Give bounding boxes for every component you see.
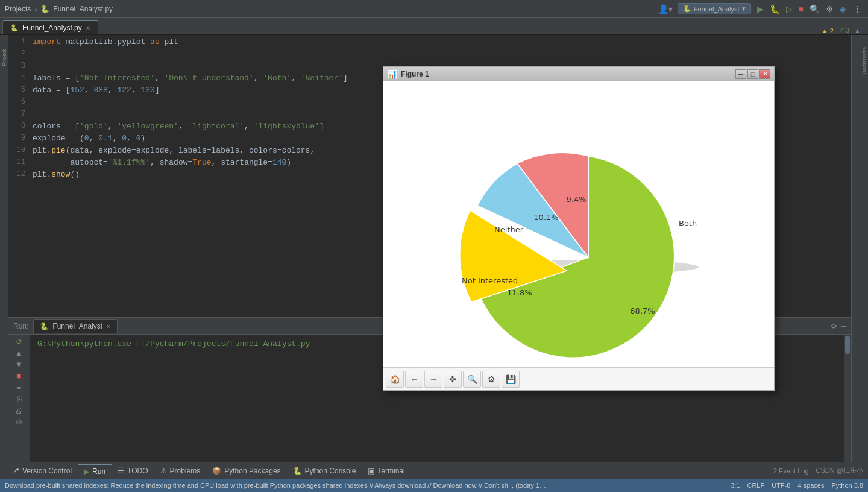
tab-label: Funnel_Analyst.py — [22, 24, 82, 32]
terminal-icon: ▣ — [368, 467, 374, 475]
user-icon[interactable]: 👤▾ — [658, 4, 673, 14]
run-with-coverage-icon[interactable]: ▷ — [785, 3, 794, 15]
run-settings-icon[interactable]: ⚙ — [831, 322, 837, 330]
fig-home-btn[interactable]: 🏠 — [386, 371, 404, 388]
pct-not-interested: 11.8% — [507, 288, 532, 297]
figure-minimize-btn[interactable]: ─ — [735, 69, 746, 79]
run-icon: 🐍 — [683, 5, 691, 13]
topbar-icons: 👤▾ — [658, 4, 673, 14]
run-tab-close[interactable]: ✕ — [106, 323, 111, 330]
run-label: Run: — [13, 322, 28, 330]
bottom-tab-python-packages[interactable]: 📦 Python Packages — [206, 464, 286, 478]
run-minimize-icon[interactable]: ─ — [841, 322, 846, 330]
run-tab-icon: 🐍 — [40, 322, 49, 330]
run-tab-funnel[interactable]: 🐍 Funnel_Analyst ✕ — [33, 319, 118, 333]
figure-window-icon: 📊 — [387, 69, 397, 79]
bottom-tab-todo[interactable]: ☰ TODO — [112, 464, 154, 478]
figure-title: Figure 1 — [401, 70, 732, 78]
label-not-interested: Not Interested — [462, 276, 518, 285]
search-icon[interactable]: 🔍 — [808, 3, 821, 15]
problems-label: Problems — [170, 467, 201, 475]
project-label: Project — [1, 49, 7, 66]
csdn-label: CSDN @低头小 — [816, 466, 863, 475]
todo-icon: ☰ — [118, 467, 124, 475]
language: Python 3.8 — [831, 482, 863, 489]
label-neither: Neither — [494, 225, 524, 234]
action-icons: ▶ 🐛 ▷ ■ 🔍 ⚙ ◈ — [756, 3, 848, 15]
close-run-icon[interactable]: ▼ — [15, 360, 23, 369]
figure-window: 📊 Figure 1 ─ □ ✕ — [383, 66, 775, 391]
run-scrollbar-thumb — [845, 336, 850, 354]
pct-dont-understand: 68.7% — [630, 306, 655, 315]
breadcrumb: Projects › 🐍 Funnel_Analyst.py — [5, 5, 113, 13]
copy-icon[interactable]: ⎘ — [17, 394, 22, 403]
stop-icon[interactable]: ■ — [797, 3, 805, 15]
more-options-icon[interactable]: ⋮ — [852, 3, 863, 15]
bottom-bar-right: 2 Event Log CSDN @低头小 — [773, 466, 863, 475]
terminal-label: Terminal — [377, 467, 404, 475]
print-icon[interactable]: 🖨 — [15, 406, 23, 415]
run-config-label: Funnel_Analyst — [694, 5, 740, 13]
warning-count: ▲ 2 — [822, 27, 834, 34]
breadcrumb-file[interactable]: Funnel_Analyst.py — [53, 5, 113, 13]
code-line-1: 1 import matplotlib.pyplot as plt — [8, 37, 851, 49]
python-packages-icon: 📦 — [212, 467, 221, 475]
settings-icon[interactable]: ⚙ — [825, 3, 835, 15]
figure-titlebar: 📊 Figure 1 ─ □ ✕ — [383, 67, 774, 81]
run-tab-icon-bottom: ▶ — [84, 467, 89, 476]
version-control-label: Version Control — [22, 467, 72, 475]
fig-subplots-btn[interactable]: ⚙ — [482, 371, 500, 388]
status-bar: Download pre-built shared indexes: Reduc… — [0, 479, 868, 492]
run-config-chevron: ▾ — [742, 5, 746, 13]
pct-neither: 10.1% — [533, 213, 558, 222]
run-scrollbar[interactable] — [844, 335, 851, 462]
bookmarks-label: Bookmarks — [861, 47, 867, 74]
breadcrumb-file-icon: 🐍 — [40, 5, 49, 13]
editor-tab-funnel-analyst[interactable]: 🐍 Funnel_Analyst.py ✕ — [2, 20, 98, 34]
bottom-tab-bar: ⎇ Version Control ▶ Run ☰ TODO ⚠ Problem… — [0, 462, 868, 479]
run-tab-label: Funnel_Analyst — [52, 322, 102, 330]
run-config-selector[interactable]: 🐍 Funnel_Analyst ▾ — [678, 3, 751, 14]
expand-icon[interactable]: ▲ — [854, 27, 861, 34]
fig-save-btn[interactable]: 💾 — [502, 371, 520, 388]
problems-icon: ⚠ — [160, 467, 167, 475]
bottom-tab-problems[interactable]: ⚠ Problems — [154, 464, 207, 478]
bottom-tab-version-control[interactable]: ⎇ Version Control — [5, 464, 78, 478]
stop-icon[interactable]: ■ — [17, 371, 22, 380]
figure-controls: ─ □ ✕ — [735, 69, 770, 79]
top-bar: Projects › 🐍 Funnel_Analyst.py 👤▾ 🐍 Funn… — [0, 0, 868, 18]
version-control-icon: ⎇ — [11, 467, 19, 475]
figure-close-btn[interactable]: ✕ — [760, 69, 770, 79]
file-charset: UTF-8 — [772, 482, 790, 489]
fig-forward-btn[interactable]: → — [424, 371, 442, 388]
bookmarks-strip: Bookmarks — [860, 35, 868, 462]
figure-maximize-btn[interactable]: □ — [747, 69, 758, 79]
status-message: Download pre-built shared indexes: Reduc… — [5, 482, 547, 489]
tab-file-icon: 🐍 — [10, 24, 19, 32]
cursor-position: 3:1 — [731, 482, 740, 489]
rerun-icon[interactable]: ↺ — [16, 337, 22, 346]
bottom-tab-run[interactable]: ▶ Run — [78, 464, 112, 478]
wrap-icon[interactable]: ≡ — [17, 383, 22, 392]
fig-back-btn[interactable]: ← — [405, 371, 423, 388]
error-count: ✓ 3 — [838, 27, 849, 34]
bottom-tab-terminal[interactable]: ▣ Terminal — [362, 464, 410, 478]
breadcrumb-projects[interactable]: Projects — [5, 5, 31, 13]
python-packages-label: Python Packages — [224, 467, 280, 475]
run-toolbar: ↺ ▲ ▼ ■ ≡ ⎘ 🖨 ⊘ — [8, 335, 30, 462]
code-line-2: 2 — [8, 49, 851, 62]
fig-pan-btn[interactable]: ✜ — [444, 371, 462, 388]
event-log-label[interactable]: 2 Event Log — [773, 467, 809, 475]
todo-label: TODO — [127, 467, 148, 475]
bottom-tab-python-console[interactable]: 🐍 Python Console — [287, 464, 362, 478]
left-side-strip: Project — [0, 35, 8, 462]
fig-zoom-btn[interactable]: 🔍 — [463, 371, 481, 388]
clear-icon[interactable]: ⊘ — [16, 417, 22, 426]
run-command: G:\Python\python.exe F:/Pycharm/Projects… — [37, 339, 310, 348]
tab-close-icon[interactable]: ✕ — [86, 25, 90, 31]
stop-run-icon[interactable]: ▲ — [15, 348, 23, 358]
debug-icon[interactable]: 🐛 — [769, 3, 781, 15]
status-bar-right: 3:1 CRLF UTF-8 4 spaces Python 3.8 — [731, 482, 863, 489]
run-play-icon[interactable]: ▶ — [756, 3, 765, 15]
topbar-right: 👤▾ 🐍 Funnel_Analyst ▾ ▶ 🐛 ▷ ■ 🔍 ⚙ ◈ ⋮ — [658, 3, 863, 15]
